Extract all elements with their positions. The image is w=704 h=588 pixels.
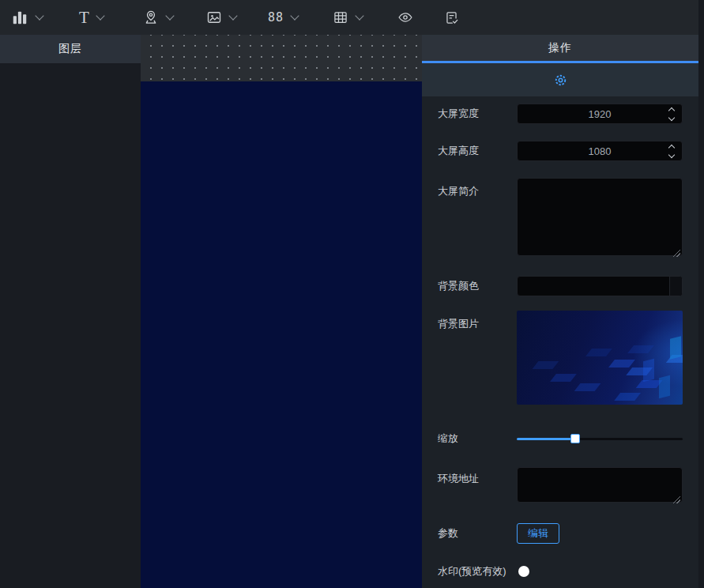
watermark-label: 水印(预览有效) bbox=[438, 564, 517, 579]
bg-image-preview[interactable] bbox=[517, 311, 683, 405]
publish-button[interactable] bbox=[444, 0, 459, 35]
env-url-label: 环境地址 bbox=[438, 467, 517, 506]
operations-panel: 操作 大屏宽度 bbox=[422, 35, 698, 588]
bg-color-row: 背景颜色 bbox=[438, 276, 683, 296]
chevron-down-icon[interactable] bbox=[355, 11, 363, 20]
bg-color-label: 背景颜色 bbox=[438, 276, 517, 296]
stepper-up-icon[interactable] bbox=[668, 107, 675, 113]
screen-description-textarea[interactable] bbox=[517, 178, 683, 256]
clear-color-button[interactable] bbox=[669, 277, 683, 296]
slider-fill bbox=[517, 438, 575, 440]
bar-chart-icon[interactable] bbox=[11, 9, 28, 26]
stepper-down-icon[interactable] bbox=[668, 114, 675, 120]
preview-button[interactable] bbox=[397, 0, 413, 35]
layers-panel-title: 图层 bbox=[0, 35, 141, 63]
toolbar: T bbox=[0, 0, 698, 35]
watermark-row: 水印(预览有效) bbox=[438, 564, 683, 579]
stepper-down-icon[interactable] bbox=[668, 151, 675, 157]
env-url-row: 环境地址 bbox=[438, 467, 683, 506]
screen-height-input[interactable] bbox=[517, 141, 683, 161]
settings-form: 大屏宽度 大屏高度 bbox=[422, 96, 698, 579]
canvas-column bbox=[141, 35, 422, 588]
screen-height-label: 大屏高度 bbox=[438, 141, 517, 161]
scale-row: 缩放 bbox=[438, 432, 683, 445]
screen-description-label: 大屏简介 bbox=[438, 178, 517, 259]
screen-width-label: 大屏宽度 bbox=[438, 104, 517, 124]
clipboard-check-icon[interactable] bbox=[444, 10, 459, 25]
bg-image-row: 背景图片 bbox=[438, 311, 683, 405]
screen-designer-app: T bbox=[0, 0, 704, 588]
params-label: 参数 bbox=[438, 523, 517, 544]
design-canvas[interactable] bbox=[141, 81, 422, 588]
chevron-down-icon[interactable] bbox=[35, 11, 43, 20]
scale-label: 缩放 bbox=[438, 432, 517, 445]
toolbar-group-text[interactable]: T bbox=[79, 0, 104, 35]
toolbar-group-map[interactable] bbox=[143, 0, 173, 35]
workspace: 图层 操作 bbox=[0, 35, 698, 588]
edit-params-button[interactable]: 编辑 bbox=[517, 523, 559, 544]
main-area: T bbox=[0, 0, 698, 588]
screen-height-row: 大屏高度 bbox=[438, 141, 683, 161]
chevron-down-icon[interactable] bbox=[290, 11, 299, 20]
slider-handle[interactable] bbox=[570, 434, 580, 443]
number-stepper[interactable] bbox=[661, 104, 682, 123]
canvas-dot-grid[interactable] bbox=[141, 35, 422, 81]
scale-slider[interactable] bbox=[517, 432, 683, 445]
chevron-down-icon[interactable] bbox=[228, 11, 237, 20]
screen-width-row: 大屏宽度 bbox=[438, 104, 683, 124]
toolbar-group-counter[interactable]: 88 bbox=[268, 0, 298, 35]
chevron-down-icon[interactable] bbox=[165, 11, 174, 20]
gear-icon[interactable] bbox=[554, 74, 567, 87]
bg-color-input[interactable] bbox=[518, 277, 669, 296]
chevron-down-icon[interactable] bbox=[96, 11, 104, 20]
table-icon[interactable] bbox=[333, 9, 348, 25]
bg-image-blocks-decor bbox=[608, 360, 635, 368]
eye-icon[interactable] bbox=[397, 9, 413, 25]
operations-panel-title: 操作 bbox=[422, 35, 698, 61]
screen-width-input[interactable] bbox=[517, 104, 683, 124]
toggle-knob bbox=[518, 566, 529, 577]
stepper-up-icon[interactable] bbox=[668, 144, 675, 150]
scrollbar-track[interactable] bbox=[698, 0, 704, 588]
bg-image-label: 背景图片 bbox=[438, 311, 517, 405]
text-icon[interactable]: T bbox=[79, 9, 89, 26]
screen-description-row: 大屏简介 bbox=[438, 178, 683, 259]
tab-settings[interactable] bbox=[422, 63, 698, 96]
bg-image-glow-decor bbox=[670, 336, 681, 359]
params-row: 参数 编辑 bbox=[438, 523, 683, 544]
toolbar-group-image[interactable] bbox=[206, 0, 236, 35]
number-stepper[interactable] bbox=[661, 141, 682, 160]
toolbar-group-charts[interactable] bbox=[11, 0, 43, 35]
image-icon[interactable] bbox=[206, 9, 222, 25]
env-url-textarea[interactable] bbox=[517, 467, 683, 503]
layers-panel: 图层 bbox=[0, 35, 141, 588]
map-pin-icon[interactable] bbox=[143, 9, 159, 25]
toolbar-group-table[interactable] bbox=[333, 0, 363, 35]
counter-icon[interactable]: 88 bbox=[268, 10, 284, 24]
